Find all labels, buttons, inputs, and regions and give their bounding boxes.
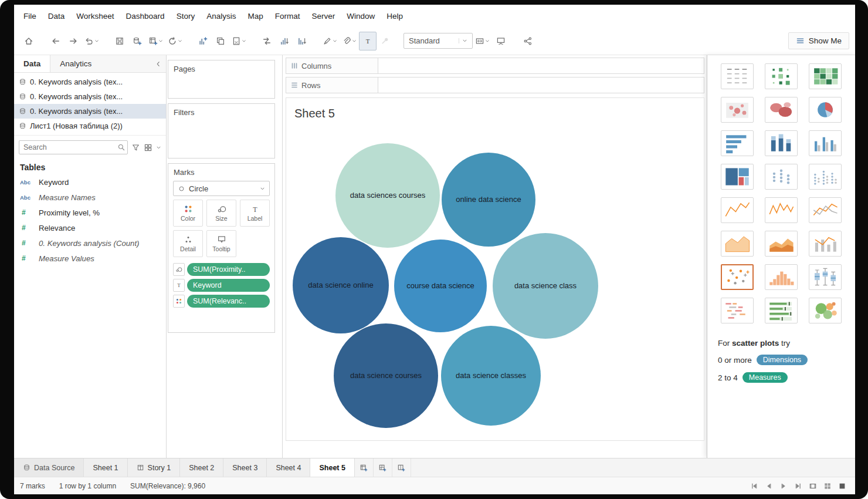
columns-shelf[interactable] (378, 58, 704, 74)
datasource-item[interactable]: Лист1 (Новая таблица (2)) (14, 119, 166, 133)
back-button[interactable] (47, 32, 65, 50)
show-me-dual-combination[interactable] (809, 231, 842, 257)
show-me-stacked-bars[interactable] (765, 130, 798, 156)
show-me-side-by-side-circles[interactable] (809, 164, 842, 190)
menu-item-map[interactable]: Map (242, 12, 269, 21)
marks-tooltip-button[interactable]: Tooltip (206, 230, 236, 257)
filmstrip-view-button[interactable] (806, 480, 820, 493)
menu-item-help[interactable]: Help (381, 12, 409, 21)
field-relevance[interactable]: #Relevance (14, 220, 166, 235)
bubble-data-sciences-courses[interactable]: data sciences courses (335, 143, 440, 248)
tile-view-button[interactable] (820, 480, 835, 493)
rows-shelf[interactable] (378, 77, 704, 93)
undo-button[interactable] (82, 32, 101, 50)
show-me-heat-maps[interactable] (765, 63, 798, 89)
show-me-text-tables[interactable] (721, 63, 754, 89)
tab-sheet-1[interactable]: Sheet 1 (84, 458, 127, 477)
menu-item-window[interactable]: Window (341, 12, 381, 21)
menu-item-server[interactable]: Server (306, 12, 341, 21)
new-view-button[interactable] (194, 32, 212, 50)
show-me-treemaps[interactable] (721, 164, 754, 190)
show-me-dual-lines[interactable] (809, 197, 842, 223)
field-keyword[interactable]: AbcKeyword (14, 174, 166, 190)
show-me-gantt[interactable] (721, 298, 754, 323)
menu-item-story[interactable]: Story (171, 12, 201, 21)
sort-ascending-button[interactable] (276, 32, 293, 50)
tab-data[interactable]: Data (14, 55, 50, 72)
datasource-item[interactable]: 0. Keywords analysis (tex... (14, 104, 166, 119)
show-me-box-and-whisker[interactable] (809, 264, 842, 290)
menu-item-format[interactable]: Format (269, 12, 306, 21)
new-datasource-button[interactable] (128, 32, 146, 50)
show-me-side-by-side-bars[interactable] (809, 130, 842, 156)
bubble-online-data-science[interactable]: online data science (442, 153, 535, 247)
show-me-pie-charts[interactable] (809, 97, 842, 123)
duplicate-button[interactable] (212, 32, 229, 50)
jump-start-button[interactable] (747, 480, 761, 493)
clear-sheet-button[interactable] (229, 32, 249, 50)
view-options-icon[interactable] (144, 143, 152, 152)
tab-data-source[interactable]: Data Source (14, 458, 84, 477)
sort-descending-button[interactable] (293, 32, 311, 50)
show-me-area-charts-discrete[interactable] (765, 231, 798, 257)
new-dashboard-button[interactable] (374, 458, 392, 477)
bubble-data-science-courses[interactable]: data science courses (334, 323, 438, 428)
show-me-area-charts-continuous[interactable] (721, 231, 754, 257)
tab-story-1[interactable]: Story 1 (128, 458, 181, 477)
tab-sheet-2[interactable]: Sheet 2 (180, 458, 223, 477)
step-back-button[interactable] (762, 480, 776, 493)
menu-item-analysis[interactable]: Analysis (201, 12, 242, 21)
jump-end-button[interactable] (791, 480, 805, 493)
attach-button[interactable] (340, 32, 359, 50)
pill-sum-relevanc[interactable]: SUM(Relevanc.. (187, 295, 270, 308)
menu-item-dashboard[interactable]: Dashboard (120, 12, 171, 21)
fix-axes-button[interactable] (377, 32, 394, 50)
marks-size-button[interactable]: Size (206, 200, 236, 227)
show-me-filled-maps[interactable] (765, 97, 798, 123)
tab-sheet-3[interactable]: Sheet 3 (223, 458, 267, 477)
collapse-pane-button[interactable] (151, 55, 166, 72)
refresh-button[interactable] (165, 32, 185, 50)
new-worksheet-button[interactable] (146, 32, 165, 50)
marks-color-button[interactable]: Color (173, 200, 203, 227)
menu-item-worksheet[interactable]: Worksheet (70, 12, 120, 21)
bubble-data-science-online[interactable]: data science online (293, 237, 389, 333)
datasource-item[interactable]: 0. Keywords analysis (tex... (14, 89, 166, 104)
show-me-horizontal-bars[interactable] (721, 130, 754, 156)
bubble-data-science-classes[interactable]: data science classes (441, 326, 541, 426)
menu-item-data[interactable]: Data (42, 12, 71, 21)
home-button[interactable] (20, 32, 38, 50)
save-button[interactable] (111, 32, 128, 50)
sheet-title[interactable]: Sheet 5 (286, 98, 335, 120)
highlight-button[interactable] (320, 32, 340, 50)
field-proximity-level[interactable]: #Proximity level, % (14, 205, 166, 220)
show-me-button[interactable]: Show Me (788, 32, 849, 49)
fullscreen-view-button[interactable] (835, 480, 849, 493)
filter-fields-icon[interactable] (131, 143, 140, 152)
show-me-highlight-tables[interactable] (809, 63, 842, 89)
show-me-histogram[interactable] (765, 264, 798, 290)
show-me-continuous-lines[interactable] (721, 197, 754, 223)
marks-label-button[interactable]: TLabel (240, 200, 270, 227)
fit-selector[interactable]: Standard (404, 33, 473, 49)
forward-button[interactable] (65, 32, 82, 50)
fit-width-button[interactable] (473, 32, 492, 50)
new-story-button[interactable] (392, 458, 411, 477)
menu-item-file[interactable]: File (18, 12, 42, 21)
show-me-discrete-lines[interactable] (765, 197, 798, 223)
show-me-packed-bubbles[interactable] (809, 298, 842, 323)
filters-shelf[interactable]: Filters (168, 103, 275, 159)
show-me-scatter-plots[interactable] (721, 264, 754, 290)
tab-sheet-5[interactable]: Sheet 5 (310, 458, 354, 477)
bubble-course-data-science[interactable]: course data science (394, 240, 487, 332)
step-forward-button[interactable] (777, 480, 791, 493)
field-measure-names[interactable]: AbcMeasure Names (14, 190, 166, 205)
mark-labels-button[interactable]: T (359, 32, 377, 50)
new-worksheet-button[interactable] (355, 458, 374, 477)
pill-keyword[interactable]: Keyword (187, 279, 270, 292)
search-input[interactable] (19, 140, 128, 154)
pages-shelf[interactable]: Pages (168, 60, 275, 99)
show-me-symbol-maps[interactable] (721, 97, 754, 123)
swap-axes-button[interactable] (258, 32, 276, 50)
tab-analytics[interactable]: Analytics (50, 55, 151, 72)
